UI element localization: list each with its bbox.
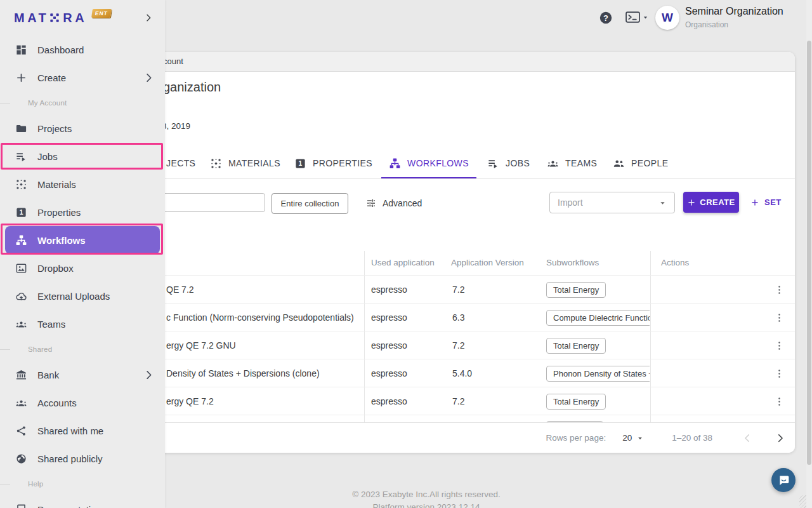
sidebar-collapse-icon[interactable] [143,13,154,23]
subworkflows-cell [546,415,650,422]
sidebar-item-label: Dropbox [37,263,155,274]
terminal-icon [625,11,640,23]
row-actions-button[interactable] [771,331,787,359]
rows-per-page-label: Rows per page: [546,433,606,443]
organization-name: Seminar Organization [685,6,783,17]
page-date: 3, 2019 [162,121,190,131]
sidebar-item-bank[interactable]: Bank [0,361,165,389]
rows-per-page-select[interactable]: 20 [622,433,644,443]
sidebar-item-workflows[interactable]: Workflows [5,226,160,254]
subworkflow-chip[interactable]: Total Energy [546,338,606,354]
subworkflows-cell: Total Energy [546,276,650,304]
row-actions-button[interactable] [771,304,787,331]
sidebar-item-jobs[interactable]: Jobs [0,142,165,170]
sidebar-item-dropbox[interactable]: Dropbox [0,254,165,282]
sidebar-item-properties[interactable]: 1Properties [0,198,165,226]
avatar[interactable]: W [655,6,679,30]
advanced-filter-button[interactable]: Advanced [365,193,422,213]
folder-icon [15,123,27,135]
tab-label: JOBS [506,158,530,168]
entire-collection-button[interactable]: Entire collection [272,193,348,214]
application-version-cell: 5.4.0 [452,359,472,387]
used-application-cell: espresso [371,387,407,415]
help-button[interactable]: ? [599,11,613,25]
sidebar-item-label: Accounts [37,398,155,408]
sidebar-item-shared-publicly[interactable]: Shared publicly [0,444,165,472]
workflows-icon [389,157,401,170]
advanced-label: Advanced [383,198,422,208]
group-icon [15,397,27,409]
dashboard-icon [15,44,27,56]
application-version-cell: 6.3 [452,304,464,331]
row-actions-button[interactable] [771,359,787,387]
sidebar-nav: DashboardCreateMy AccountProjectsJobsMat… [0,36,165,508]
sidebar-item-label: Projects [37,123,155,134]
brand-3-glyph-icon [49,13,60,23]
sidebar-section-label: Help [28,480,43,488]
tab-properties[interactable]: 1PROPERTIES [294,148,372,178]
previous-page-button[interactable] [742,432,753,444]
group-icon [15,318,27,330]
sidebar-item-projects[interactable]: Projects [0,114,165,142]
workflow-name-cell: QE 7.2 [166,276,194,304]
column-header-subworkflows: Subworkflows [546,251,599,275]
subworkflow-chip[interactable]: Compute Dielectric Function [546,310,650,326]
sidebar-item-shared-with-me[interactable]: Shared with me [0,417,165,444]
brand-text-start: MAT [14,11,49,25]
tab-label: WORKFLOWS [407,158,469,168]
materials-icon [210,157,222,170]
brand-logo[interactable]: MAT RA ENT [14,11,110,25]
sidebar-header: MAT RA ENT [0,0,165,36]
used-application-cell: espresso [371,359,407,387]
tab-teams[interactable]: TEAMS [547,148,597,178]
sidebar-item-documentation[interactable]: Documentation [0,495,165,508]
workflow-name-cell: ergy QE 7.2 [166,387,214,415]
section-divider [0,103,10,104]
sidebar-section-label: My Account [28,99,67,107]
svg-text:1: 1 [298,160,302,167]
plus-icon [687,198,696,207]
rows-per-page-value: 20 [622,433,632,443]
next-page-button[interactable] [775,432,786,444]
tab-jects[interactable]: JECTS [166,148,195,178]
column-header-actions: Actions [661,251,689,275]
window-scrollbar[interactable] [806,0,812,508]
cloud-upload-icon [15,290,27,302]
import-dropdown[interactable]: Import [549,192,675,213]
sidebar-item-materials[interactable]: Materials [0,170,165,198]
console-button[interactable] [625,11,649,23]
tab-jobs[interactable]: JOBS [487,148,530,178]
share-icon [15,425,27,437]
create-button-label: CREATE [700,197,735,207]
subworkflows-cell: Compute Dielectric Function [546,304,650,331]
svg-text:?: ? [603,13,608,23]
tab-people[interactable]: PEOPLE [613,148,668,178]
svg-text:1: 1 [20,209,23,216]
breadcrumb: count [163,52,183,71]
row-actions-button[interactable] [771,276,787,304]
subworkflow-chip[interactable]: Total Energy [546,394,606,410]
application-version-cell: 7.2 [452,387,464,415]
sidebar-item-external-uploads[interactable]: External Uploads [0,282,165,310]
sidebar-item-dashboard[interactable]: Dashboard [0,36,165,64]
sidebar-item-accounts[interactable]: Accounts [0,389,165,417]
set-button[interactable]: SET [750,192,782,213]
subworkflow-chip[interactable]: Phonon Density of States + Dispersions [546,366,650,382]
create-button[interactable]: CREATE [683,192,739,213]
tab-label: JECTS [166,158,195,168]
materials-icon [15,178,27,190]
image-icon [15,262,27,274]
chevron-down-icon [642,14,649,21]
subworkflow-chip[interactable]: Total Energy [546,282,606,298]
tab-workflows[interactable]: WORKFLOWS [381,148,476,178]
tab-label: PROPERTIES [313,158,372,168]
sidebar-item-label: Workflows [37,235,155,246]
set-button-label: SET [764,197,782,207]
tab-materials[interactable]: MATERIALS [210,148,280,178]
scrollbar-thumb[interactable] [807,41,811,465]
sidebar-item-create[interactable]: Create [0,64,165,91]
row-actions-button[interactable] [771,387,787,415]
chat-launcher-button[interactable] [771,468,796,492]
properties-icon: 1 [15,206,27,218]
sidebar-item-teams[interactable]: Teams [0,310,165,338]
